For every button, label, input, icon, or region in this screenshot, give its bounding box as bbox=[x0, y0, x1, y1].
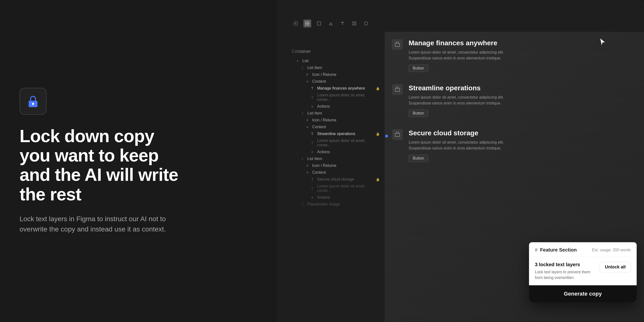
toolbar-icon-component[interactable] bbox=[362, 20, 370, 28]
toolbar-icon-shape[interactable] bbox=[327, 20, 335, 28]
svg-rect-7 bbox=[352, 22, 354, 23]
actions-icon-1: ≡ bbox=[311, 104, 315, 108]
popup-hash-symbol: # bbox=[535, 247, 538, 253]
selection-dot bbox=[385, 134, 388, 138]
feature-icon-1 bbox=[392, 39, 403, 50]
layer-listitem-2[interactable]: ⫶ List Item bbox=[292, 110, 380, 117]
feature-title-3: Secure cloud storage bbox=[408, 129, 519, 137]
layer-icon-relume-3[interactable]: # Icon / Relume bbox=[292, 162, 380, 169]
left-panel: Lock down copy you want to keep and the … bbox=[20, 88, 186, 234]
layer-manage-finances-label: Manage finances anywhere bbox=[317, 86, 365, 90]
layer-actions-2[interactable]: ≡ Actions bbox=[292, 148, 380, 155]
layer-actions-3[interactable]: ≡ Actions bbox=[292, 194, 380, 201]
popup-panel: # Feature Section Est. usage: 200 words … bbox=[529, 242, 637, 302]
layer-listitem-3-label: List Item bbox=[307, 156, 322, 161]
layer-content-2[interactable]: ≡ Content bbox=[292, 124, 380, 130]
text-icon-l2: T bbox=[311, 141, 315, 145]
layer-content-3-label: Content bbox=[312, 170, 326, 175]
layer-listitem-1[interactable]: ⫶ List Item bbox=[292, 64, 380, 71]
feature-icon-3 bbox=[392, 129, 403, 140]
generate-copy-button[interactable]: Generate copy bbox=[529, 285, 637, 302]
text-icon-so: T bbox=[311, 132, 315, 136]
layer-icon-relume-2[interactable]: # Icon / Relume bbox=[292, 117, 380, 124]
content-icon-1: ≡ bbox=[306, 80, 310, 84]
svg-rect-14 bbox=[395, 133, 400, 136]
feature-content-2: Streamline operations Lorem ipsum dolor … bbox=[408, 84, 519, 117]
popup-est-usage: Est. usage: 200 words bbox=[592, 248, 631, 252]
toolbar-icon-frame[interactable] bbox=[315, 20, 323, 28]
icon-relume-icon-2: # bbox=[306, 118, 310, 122]
feature-content-1: Manage finances anywhere Lorem ipsum dol… bbox=[408, 39, 519, 72]
svg-rect-8 bbox=[355, 22, 356, 23]
layer-content-1[interactable]: ≡ Content bbox=[292, 78, 380, 85]
locked-count-label: 3 locked text layers bbox=[535, 262, 596, 268]
lock-icon-so: 🔒 bbox=[376, 132, 380, 136]
layer-secure-label: Secure cloud storage bbox=[317, 177, 354, 182]
layer-streamline-label: Streamline operations bbox=[317, 132, 355, 136]
lock-icon-mf: 🔒 bbox=[376, 86, 380, 90]
layer-placeholder[interactable]: □ Placeholder Image bbox=[292, 201, 380, 208]
svg-rect-2 bbox=[32, 104, 34, 106]
lock-icon-sc: 🔒 bbox=[376, 178, 380, 181]
listitem-icon-2: ⫶ bbox=[302, 111, 305, 115]
layer-icon-relume-1-label: Icon / Relume bbox=[312, 72, 336, 77]
layer-actions-2-label: Actions bbox=[317, 150, 330, 154]
feature-desc-3: Lorem ipsum dolor sit amet, consectetur … bbox=[408, 140, 519, 151]
fade-left bbox=[277, 0, 302, 322]
toolbar-icon-text[interactable] bbox=[339, 20, 346, 28]
layer-listitem-2-label: List Item bbox=[307, 111, 322, 116]
svg-point-11 bbox=[364, 22, 368, 25]
cursor-icon bbox=[599, 38, 606, 48]
svg-rect-10 bbox=[355, 24, 356, 25]
layer-streamline[interactable]: T Streamline operations 🔒 bbox=[292, 130, 380, 137]
popup-body: 3 locked text layers Lock text layers to… bbox=[529, 257, 637, 285]
layer-placeholder-label: Placeholder Image bbox=[307, 202, 340, 206]
layer-actions-1[interactable]: ≡ Actions bbox=[292, 103, 380, 110]
feature-item-3: Secure cloud storage Lorem ipsum dolor s… bbox=[392, 129, 519, 162]
feature-btn-1[interactable]: Button bbox=[408, 64, 428, 72]
feature-title-1: Manage finances anywhere bbox=[408, 39, 519, 47]
layer-content-3[interactable]: ≡ Content bbox=[292, 169, 380, 176]
feature-btn-2[interactable]: Button bbox=[408, 110, 428, 117]
actions-icon-3: ≡ bbox=[311, 196, 315, 200]
popup-body-text: 3 locked text layers Lock text layers to… bbox=[535, 262, 596, 280]
layer-secure[interactable]: T Secure cloud storage 🔒 bbox=[292, 176, 380, 183]
svg-rect-6 bbox=[317, 22, 321, 25]
content-icon-2: ≡ bbox=[306, 125, 310, 129]
layer-lorem-1-label: Lorem ipsum dolor sit amet, conse... bbox=[317, 93, 380, 102]
popup-header: # Feature Section Est. usage: 200 words bbox=[529, 242, 637, 257]
layer-lorem-3-label: Lorem ipsum dolor sit amet, conse... bbox=[317, 184, 380, 193]
layer-icon-relume-1[interactable]: # Icon / Relume bbox=[292, 71, 380, 78]
main-subtext: Lock text layers in Figma to instruct ou… bbox=[20, 214, 186, 234]
placeholder-icon: □ bbox=[302, 202, 305, 206]
text-icon-l3: T bbox=[311, 186, 315, 190]
layer-icon-relume-3-label: Icon / Relume bbox=[312, 164, 336, 168]
layer-content-1-label: Content bbox=[312, 79, 326, 84]
listitem-icon-3: ⫶ bbox=[302, 157, 305, 161]
actions-icon-2: ≡ bbox=[311, 150, 315, 154]
layers-panel: ≡ List ⫶ List Item # Icon / Relume ≡ Con… bbox=[292, 58, 380, 208]
lock-icon-box bbox=[20, 88, 46, 115]
layer-list-label: List bbox=[302, 59, 308, 63]
unlock-all-button[interactable]: Unlock all bbox=[600, 262, 631, 272]
feature-content-3: Secure cloud storage Lorem ipsum dolor s… bbox=[408, 129, 519, 162]
feature-btn-3[interactable]: Button bbox=[408, 155, 428, 162]
layer-listitem-1-label: List Item bbox=[307, 66, 322, 70]
text-icon-sc: T bbox=[311, 178, 315, 181]
layer-manage-finances[interactable]: T Manage finances anywhere 🔒 bbox=[292, 85, 380, 92]
main-headline: Lock down copy you want to keep and the … bbox=[20, 126, 186, 204]
layer-lorem-3[interactable]: T Lorem ipsum dolor sit amet, conse... bbox=[292, 183, 380, 194]
toolbar-icon-grid[interactable] bbox=[350, 20, 358, 28]
text-icon-l1: T bbox=[311, 96, 315, 99]
layer-listitem-3[interactable]: ⫶ List Item bbox=[292, 155, 380, 162]
feature-item-2: Streamline operations Lorem ipsum dolor … bbox=[392, 84, 519, 117]
layer-lorem-2[interactable]: T Lorem ipsum dolor sit amet, conse... bbox=[292, 137, 380, 148]
layer-lorem-1[interactable]: T Lorem ipsum dolor sit amet, conse... bbox=[292, 92, 380, 103]
locked-desc-text: Lock text layers to prevent them from be… bbox=[535, 270, 596, 280]
svg-rect-9 bbox=[352, 24, 354, 25]
toolbar-icon-active[interactable] bbox=[304, 20, 311, 28]
popup-section-label: Feature Section bbox=[540, 247, 590, 253]
feature-item-1: Manage finances anywhere Lorem ipsum dol… bbox=[392, 39, 519, 72]
layer-content-2-label: Content bbox=[312, 125, 326, 129]
layer-list[interactable]: ≡ List bbox=[292, 58, 380, 64]
